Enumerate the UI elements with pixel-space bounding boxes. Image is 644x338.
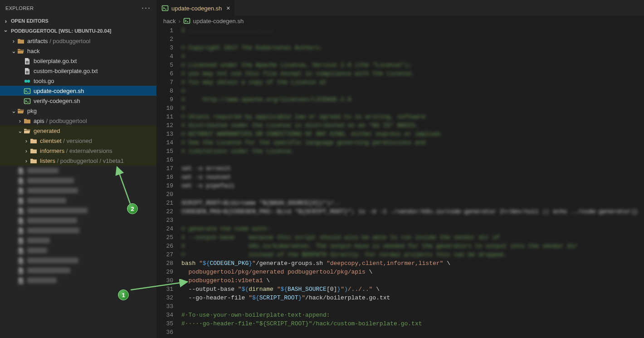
folder-icon (24, 127, 31, 134)
tree-item-label: listers / podbuggertool / v1beta1 (40, 157, 124, 164)
open-editors-section[interactable]: › OPEN EDITORS (0, 16, 156, 26)
tree-file[interactable]: verify-codegen.sh (0, 96, 156, 106)
svg-rect-3 (24, 98, 30, 103)
tree-file[interactable] (0, 235, 156, 245)
workspace-section[interactable]: › PODBUGGERTOOL [WSL: UBUNTU-20.04] (0, 26, 156, 36)
tree-file[interactable] (0, 216, 156, 225)
bash-file-icon (183, 17, 190, 24)
tree-item-label: update-codegen.sh (34, 88, 84, 94)
bash-file-icon (24, 87, 31, 94)
tree-folder[interactable]: ›apis / podbuggertool (0, 116, 156, 126)
go-file-icon (24, 77, 31, 84)
more-actions-icon[interactable]: ··· (141, 3, 151, 13)
chevron-right-icon: › (178, 18, 180, 24)
svg-point-0 (24, 79, 27, 82)
annotation-badge-2: 2 (127, 203, 138, 214)
tree-folder[interactable]: ›clientset / versioned (0, 136, 156, 146)
chevron-right-icon: › (23, 137, 30, 144)
folder-icon (17, 47, 24, 54)
text-file-icon (24, 57, 31, 64)
tree-item-label: boilerplate.go.txt (34, 58, 77, 64)
breadcrumbs[interactable]: hack › update-codegen.sh (157, 16, 644, 26)
tree-item-label: custom-boilerplate.go.txt (34, 68, 98, 74)
text-file-icon (24, 67, 31, 74)
tree-item-label: informers / externalversions (40, 147, 112, 154)
tree-folder[interactable]: ⌄pkg (0, 106, 156, 116)
bash-file-icon (24, 97, 31, 104)
tree-folder[interactable]: ⌄generated (0, 126, 156, 136)
tree-folder[interactable]: ⌄hack (0, 46, 156, 56)
tree-file[interactable] (0, 166, 156, 176)
tree-item-label: tools.go (34, 78, 54, 84)
tree-item-label: generated (34, 127, 60, 134)
bash-file-icon (161, 5, 169, 12)
tree-folder[interactable]: ›informers / externalversions (0, 146, 156, 156)
svg-point-1 (27, 79, 30, 82)
code-editor[interactable]: 1# ........................23# Copyright… (157, 26, 644, 338)
editor-area: update-codegen.sh × hack › update-codege… (157, 0, 644, 338)
tree-item-label: artifacts / podbuggertool (27, 38, 90, 44)
tree-file[interactable] (0, 225, 156, 235)
tree-item-label: clientset / versioned (40, 137, 92, 144)
tree-file[interactable]: update-codegen.sh (0, 86, 156, 96)
chevron-right-icon: › (23, 157, 30, 164)
chevron-right-icon: › (16, 118, 24, 124)
chevron-down-icon: ⌄ (10, 108, 17, 114)
tree-folder[interactable]: ›artifacts / podbuggertool (0, 36, 156, 46)
tree-file[interactable]: tools.go (0, 76, 156, 86)
workspace-label: PODBUGGERTOOL [WSL: UBUNTU-20.04] (11, 28, 111, 34)
chevron-right-icon: › (23, 147, 30, 154)
folder-icon (30, 157, 37, 164)
chevron-down-icon: ⌄ (10, 48, 17, 54)
tab-label: update-codegen.sh (171, 5, 222, 12)
tree-file[interactable] (0, 265, 156, 275)
file-tree: ›artifacts / podbuggertool⌄hackboilerpla… (0, 36, 156, 338)
tree-file[interactable] (0, 275, 156, 285)
close-icon[interactable]: × (226, 5, 230, 12)
tree-item-label: verify-codegen.sh (34, 98, 80, 104)
folder-icon (30, 147, 37, 154)
tree-file[interactable]: boilerplate.go.txt (0, 56, 156, 66)
tree-item-label: hack (27, 48, 39, 54)
folder-icon (30, 137, 37, 144)
folder-icon (24, 117, 31, 124)
annotation-badge-1: 1 (118, 289, 129, 300)
tree-file[interactable] (0, 186, 156, 196)
crumb-folder[interactable]: hack (163, 18, 176, 24)
folder-icon (17, 37, 24, 44)
tree-file[interactable]: custom-boilerplate.go.txt (0, 66, 156, 76)
svg-rect-4 (162, 6, 168, 11)
tree-file[interactable] (0, 255, 156, 265)
explorer-title-bar: EXPLORER ··· (0, 0, 156, 16)
open-editors-label: OPEN EDITORS (11, 18, 49, 24)
explorer-title: EXPLORER (5, 5, 34, 11)
svg-rect-2 (24, 88, 30, 93)
crumb-file[interactable]: update-codegen.sh (193, 18, 244, 24)
tree-file[interactable] (0, 176, 156, 186)
svg-rect-5 (184, 19, 190, 24)
chevron-down-icon: › (3, 28, 10, 34)
tree-folder[interactable]: ›listers / podbuggertool / v1beta1 (0, 156, 156, 166)
tree-file[interactable] (0, 245, 156, 255)
chevron-right-icon: › (10, 38, 17, 44)
folder-icon (17, 107, 24, 114)
tab-update-codegen[interactable]: update-codegen.sh × (157, 0, 235, 16)
explorer-sidebar: EXPLORER ··· › OPEN EDITORS › PODBUGGERT… (0, 0, 157, 338)
tabs-bar: update-codegen.sh × (157, 0, 644, 16)
tree-item-label: pkg (27, 108, 37, 114)
chevron-right-icon: › (3, 18, 9, 24)
chevron-down-icon: ⌄ (16, 127, 24, 134)
tree-item-label: apis / podbuggertool (34, 118, 87, 124)
